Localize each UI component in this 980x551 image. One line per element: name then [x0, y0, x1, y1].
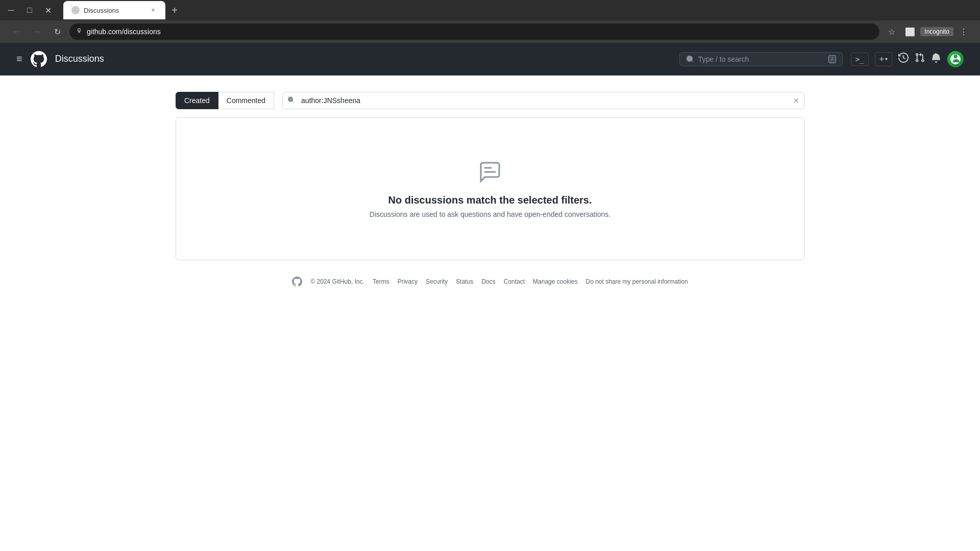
hamburger-button[interactable]: ≡	[16, 53, 22, 65]
notifications-button[interactable]	[931, 53, 941, 65]
more-button[interactable]: ⋮	[955, 23, 972, 40]
history-button[interactable]	[898, 53, 909, 65]
tab-favicon	[71, 6, 80, 14]
header-title: Discussions	[55, 54, 104, 64]
window-controls: ─ □ ✕	[4, 3, 55, 17]
search-placeholder-text: Type / to search	[698, 55, 824, 63]
header-actions: >_ + ▾	[851, 51, 964, 67]
forward-button[interactable]: →	[29, 23, 45, 40]
footer-github-logo	[292, 277, 302, 287]
close-tab-button[interactable]: ×	[149, 6, 157, 14]
new-tab-button[interactable]: +	[167, 3, 182, 17]
minimize-button[interactable]: ─	[4, 3, 18, 17]
discussions-content-box: No discussions match the selected filter…	[176, 117, 804, 260]
close-window-button[interactable]: ✕	[41, 3, 55, 17]
search-icon	[287, 96, 295, 105]
github-header: ≡ Discussions Type / to search / >_ + ▾	[0, 43, 980, 76]
footer-terms-link[interactable]: Terms	[373, 278, 389, 285]
footer: © 2024 GitHub, Inc. Terms Privacy Securi…	[176, 260, 804, 303]
github-logo	[31, 51, 47, 67]
browser-toolbar: ← → ↻ github.com/discussions ☆ ⬜ Incogni…	[0, 20, 980, 43]
back-button[interactable]: ←	[8, 23, 24, 40]
footer-security-link[interactable]: Security	[426, 278, 448, 285]
pull-requests-button[interactable]	[915, 53, 925, 65]
chevron-down-icon: ▾	[885, 56, 888, 62]
browser-titlebar: ─ □ ✕ Discussions × +	[0, 0, 980, 20]
hamburger-icon: ≡	[16, 53, 22, 65]
extensions-button[interactable]: ⬜	[902, 23, 918, 40]
footer-status-link[interactable]: Status	[456, 278, 473, 285]
active-tab[interactable]: Discussions ×	[63, 1, 165, 19]
toolbar-actions: ☆ ⬜ Incognito ⋮	[884, 23, 972, 40]
empty-state-subtitle: Discussions are used to ask questions an…	[370, 210, 610, 218]
footer-docs-link[interactable]: Docs	[481, 278, 495, 285]
search-slash-hint: /	[828, 55, 836, 63]
empty-discussions-icon	[478, 160, 502, 186]
tab-bar: Discussions × +	[59, 1, 186, 19]
address-text: github.com/discussions	[87, 28, 161, 36]
plus-icon: +	[879, 55, 884, 64]
address-bar[interactable]: github.com/discussions	[69, 23, 879, 40]
avatar[interactable]	[947, 51, 964, 67]
incognito-badge: Incognito	[920, 27, 953, 36]
maximize-button[interactable]: □	[22, 3, 37, 17]
terminal-button[interactable]: >_	[851, 53, 869, 66]
create-button[interactable]: + ▾	[875, 52, 892, 66]
clear-search-button[interactable]: ✕	[793, 96, 799, 105]
bookmark-button[interactable]: ☆	[884, 23, 900, 40]
search-input[interactable]	[282, 92, 804, 109]
reload-button[interactable]: ↻	[49, 23, 65, 40]
filter-bar: Created Commented ✕	[176, 92, 804, 109]
github-page: ≡ Discussions Type / to search / >_ + ▾	[0, 43, 980, 533]
footer-do-not-share-link[interactable]: Do not share my personal information	[585, 278, 688, 285]
tab-title: Discussions	[84, 7, 145, 14]
header-search[interactable]: Type / to search /	[679, 52, 843, 66]
footer-contact-link[interactable]: Contact	[504, 278, 525, 285]
footer-manage-cookies-link[interactable]: Manage cookies	[533, 278, 577, 285]
empty-state-title: No discussions match the selected filter…	[388, 194, 592, 206]
main-content: Created Commented ✕ No discussions match…	[163, 76, 817, 319]
footer-copyright: © 2024 GitHub, Inc.	[310, 278, 364, 285]
created-tab[interactable]: Created	[176, 92, 218, 109]
browser-chrome: ─ □ ✕ Discussions × + ← → ↻ github.com/d…	[0, 0, 980, 43]
search-container: ✕	[282, 92, 804, 109]
footer-privacy-link[interactable]: Privacy	[398, 278, 418, 285]
commented-tab[interactable]: Commented	[218, 92, 274, 109]
